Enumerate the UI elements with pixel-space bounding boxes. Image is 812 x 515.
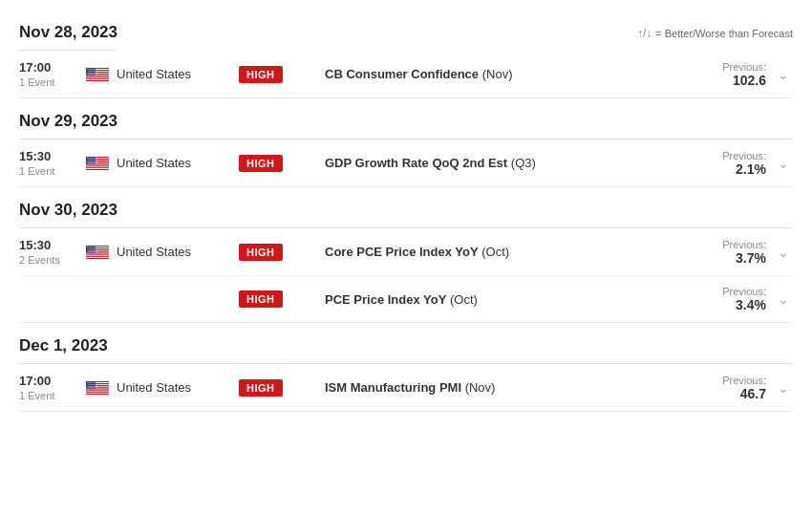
date-header-2: Nov 30, 2023 bbox=[19, 187, 793, 228]
impact-col: HIGH bbox=[239, 66, 315, 83]
svg-rect-11 bbox=[86, 78, 109, 79]
table-row: 15:30 1 Event bbox=[19, 139, 793, 186]
previous-value: 46.7 bbox=[688, 386, 766, 401]
svg-rect-65 bbox=[86, 392, 109, 393]
previous-value: 3.7% bbox=[688, 250, 766, 266]
svg-rect-44 bbox=[86, 253, 109, 254]
svg-rect-66 bbox=[86, 393, 109, 394]
svg-rect-7 bbox=[86, 75, 109, 75]
date-header-3: Dec 1, 2023 bbox=[19, 323, 793, 364]
event-count: 2 Events bbox=[19, 254, 86, 266]
table-row: 17:00 1 Event bbox=[19, 51, 793, 97]
previous-col: Previous: 46.7 bbox=[688, 375, 774, 401]
page-container: Nov 28, 2023 ↑/↓ = Better/Worse than For… bbox=[19, 10, 793, 412]
country-name: United States bbox=[117, 380, 191, 395]
legend-text: = Better/Worse than Forecast bbox=[655, 28, 793, 39]
high-impact-badge: HIGH bbox=[239, 379, 283, 397]
legend: ↑/↓ = Better/Worse than Forecast bbox=[637, 21, 793, 40]
svg-rect-62 bbox=[86, 389, 109, 390]
event-period: (Q3) bbox=[511, 156, 536, 170]
high-impact-badge: HIGH bbox=[239, 244, 283, 261]
event-group-0: 17:00 1 Event bbox=[19, 51, 793, 98]
country-name: United States bbox=[117, 67, 191, 81]
svg-rect-10 bbox=[86, 77, 109, 78]
us-flag-icon: ★★★★★★ ★★★★★ ★★★★★★ ★★★★★ bbox=[86, 68, 109, 81]
svg-rect-63 bbox=[86, 390, 109, 391]
svg-rect-43 bbox=[86, 252, 109, 253]
event-name-col: CB Consumer Confidence (Nov) bbox=[315, 67, 688, 81]
svg-rect-46 bbox=[86, 255, 109, 256]
expand-button[interactable]: ⌄ bbox=[774, 245, 793, 260]
event-time: 17:00 bbox=[19, 60, 86, 75]
table-row: HIGH PCE Price Index YoY (Oct) Previous:… bbox=[19, 276, 793, 322]
event-name: GDP Growth Rate QoQ 2nd Est bbox=[325, 156, 507, 170]
event-period: (Nov) bbox=[465, 380, 496, 395]
country-col: ★★★★★★ ★★★★★ ★★★★★★ ★★★★★ United States bbox=[86, 245, 239, 259]
previous-label: Previous: bbox=[688, 239, 766, 250]
impact-col: HIGH bbox=[239, 155, 315, 172]
event-name-col: ISM Manufacturing PMI (Nov) bbox=[315, 380, 688, 395]
svg-rect-9 bbox=[86, 76, 109, 77]
svg-rect-28 bbox=[86, 166, 109, 167]
country-col: ★★★★★★ ★★★★★ ★★★★★★ ★★★★★ United States bbox=[86, 156, 239, 170]
expand-button[interactable]: ⌄ bbox=[774, 67, 793, 82]
event-name-col: PCE Price Index YoY (Oct) bbox=[315, 292, 688, 307]
time-col: 15:30 2 Events bbox=[19, 238, 86, 266]
svg-rect-45 bbox=[86, 254, 109, 255]
top-header: Nov 28, 2023 ↑/↓ = Better/Worse than For… bbox=[19, 10, 793, 51]
previous-col: Previous: 3.4% bbox=[688, 286, 774, 312]
time-col: 17:00 1 Event bbox=[19, 60, 86, 88]
event-count: 1 Event bbox=[19, 390, 86, 401]
event-time: 15:30 bbox=[19, 149, 86, 163]
expand-button[interactable]: ⌄ bbox=[774, 291, 793, 307]
event-group-3: 17:00 1 Event bbox=[19, 364, 793, 412]
us-flag-icon: ★★★★★★ ★★★★★ ★★★★★★ ★★★★★ bbox=[86, 157, 109, 170]
svg-rect-8 bbox=[86, 75, 109, 76]
previous-value: 2.1% bbox=[688, 161, 766, 177]
svg-rect-27 bbox=[86, 165, 109, 166]
event-time: 15:30 bbox=[19, 238, 86, 252]
svg-rect-64 bbox=[86, 391, 109, 392]
svg-rect-30 bbox=[86, 168, 109, 169]
event-period: (Nov) bbox=[482, 67, 513, 81]
country-name: United States bbox=[117, 245, 191, 259]
expand-button[interactable]: ⌄ bbox=[774, 156, 793, 171]
impact-col: HIGH bbox=[239, 290, 315, 308]
svg-rect-61 bbox=[86, 388, 109, 389]
previous-value: 102.6 bbox=[688, 73, 766, 88]
event-period: (Oct) bbox=[450, 292, 478, 307]
svg-rect-48 bbox=[86, 257, 109, 258]
us-flag-icon: ★★★★★★ ★★★★★ ★★★★★★ ★★★★★ bbox=[86, 246, 109, 259]
previous-label: Previous: bbox=[688, 375, 766, 386]
svg-rect-26 bbox=[86, 164, 109, 165]
svg-rect-47 bbox=[86, 256, 109, 257]
country-col: ★★★★★★ ★★★★★ ★★★★★★ ★★★★★ United States bbox=[86, 67, 239, 81]
event-group-2: 15:30 2 Events bbox=[19, 228, 793, 323]
event-name: ISM Manufacturing PMI bbox=[325, 380, 461, 395]
table-row: 15:30 2 Events bbox=[19, 228, 793, 276]
previous-label: Previous: bbox=[688, 286, 766, 297]
high-impact-badge: HIGH bbox=[239, 155, 283, 172]
first-date-header: Nov 28, 2023 bbox=[19, 10, 118, 51]
svg-rect-25 bbox=[86, 163, 109, 164]
previous-col: Previous: 2.1% bbox=[688, 150, 774, 177]
event-group-1: 15:30 1 Event bbox=[19, 139, 793, 187]
event-period: (Oct) bbox=[481, 245, 509, 259]
svg-rect-12 bbox=[86, 79, 109, 80]
country-col: ★★★★★★ ★★★★★ ★★★★★★ ★★★★★ United States bbox=[86, 380, 239, 395]
event-time: 17:00 bbox=[19, 374, 86, 388]
event-name: PCE Price Index YoY bbox=[325, 292, 446, 307]
high-impact-badge: HIGH bbox=[239, 66, 283, 83]
event-name: CB Consumer Confidence bbox=[325, 67, 479, 81]
svg-rect-29 bbox=[86, 167, 109, 168]
previous-label: Previous: bbox=[688, 61, 766, 73]
event-count: 1 Event bbox=[19, 76, 86, 88]
expand-button[interactable]: ⌄ bbox=[774, 380, 793, 396]
impact-col: HIGH bbox=[239, 379, 315, 397]
previous-col: Previous: 102.6 bbox=[688, 61, 774, 88]
event-name-col: GDP Growth Rate QoQ 2nd Est (Q3) bbox=[315, 156, 688, 170]
time-col: 17:00 1 Event bbox=[19, 374, 86, 401]
event-count: 1 Event bbox=[19, 165, 86, 177]
event-name-col: Core PCE Price Index YoY (Oct) bbox=[315, 245, 688, 259]
time-col bbox=[19, 298, 86, 300]
